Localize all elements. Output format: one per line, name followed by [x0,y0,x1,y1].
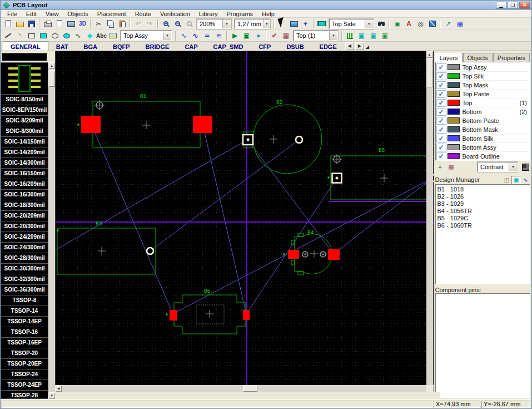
layer-name[interactable]: Board Outline [463,153,527,160]
footprint-item-tssop-16ep[interactable]: TSSOP-16EP [1,338,48,348]
design-manager-item-b6[interactable]: B6 - 1060TR [437,222,530,229]
rect-tool-button[interactable] [26,31,37,41]
scroll-up-icon[interactable]: ▲ [48,62,55,69]
grid-combo-arrow[interactable]: ▼ [263,19,270,28]
cut-button[interactable]: ✂ [93,18,105,29]
signal-layer-combo[interactable]: Top (1) ▼ [294,31,338,41]
layer-name[interactable]: Bottom Assy [463,144,527,151]
filled-rect-tool-button[interactable] [37,31,49,41]
layer-visible-checkbox[interactable]: ✓ [436,144,446,151]
design-manager-item-b5[interactable]: B5 - 1029C [437,215,530,222]
panel-tab-properties[interactable]: Properties [493,53,530,62]
preview-3d-button[interactable]: 3D [77,18,88,29]
pcb-drawing[interactable]: B1B2B3B4B5B6 [56,51,434,393]
side-combo-arrow[interactable]: ▼ [365,19,373,28]
text-tool-button[interactable]: Abc [96,31,107,41]
layer-color-swatch[interactable] [448,109,460,115]
scroll-down-icon[interactable]: ▼ [48,392,55,399]
step-button[interactable]: ▣ [241,31,252,41]
print-button[interactable] [42,18,53,29]
layer-name[interactable]: Top Paste [463,91,527,97]
minimize-button[interactable]: ▁ [496,2,506,9]
layer-visible-checkbox[interactable]: ✓ [436,90,446,98]
design-manager-item-b2[interactable]: B2 - 1026 [437,193,530,200]
footprint-item-tssop-16[interactable]: TSSOP-16 [1,327,48,338]
layer-color-swatch[interactable] [448,117,460,124]
select-tool-button[interactable] [276,18,288,29]
layer-color-swatch[interactable] [448,100,460,106]
component-pins-list[interactable] [435,293,530,398]
layer-name[interactable]: Bottom Mask [463,126,527,133]
maximize-button[interactable]: ❏ [508,2,518,9]
footprint-item-soic-8-209mil[interactable]: SOIC-8/209mil [1,116,48,126]
grid-combo[interactable]: 1,27 mm ▼ [235,19,270,29]
globe-button[interactable]: ● [252,31,264,41]
layer-color-swatch[interactable] [448,64,460,70]
arc-tool-button[interactable]: ◝ [14,31,26,41]
footprint-item-soic-30-300mil[interactable]: SOIC-30/300mil [1,264,48,274]
target-button[interactable]: ◎ [415,18,426,29]
footprint-scroll-track[interactable] [48,69,55,392]
dm-nets-button[interactable]: ∿ [521,176,530,184]
footprint-item-soic-36-300mil[interactable]: SOIC-36/300mil [1,285,48,295]
footprint-item-tssop-20[interactable]: TSSOP-20 [1,348,48,359]
filled-ellipse-tool-button[interactable] [61,31,72,41]
library-tab-edge[interactable]: EDGE [312,42,345,51]
footprint-item-soic-18-300mil[interactable]: SOIC-18/300mil [1,200,48,211]
zoom-window-button[interactable] [183,18,195,29]
layer-visible-checkbox[interactable]: ✓ [436,152,446,160]
footprint-item-soic-20-209mil[interactable]: SOIC-20/209mil [1,211,48,221]
footprint-item-soic-8-150mil[interactable]: SOIC-8/150mil [1,95,48,105]
layer-name[interactable]: Top Silk [463,73,527,80]
polygon-tool-button[interactable]: ◆ [84,31,96,41]
library-tab-cap-smd[interactable]: CAP_SMD [206,42,251,51]
line-tool-button[interactable] [2,31,14,41]
grid-toggle-button[interactable]: ▦ [454,18,466,29]
titles-button[interactable] [65,18,77,29]
signal-layer-combo-arrow[interactable]: ▼ [329,31,337,40]
report-button[interactable] [426,18,438,29]
layer-visible-checkbox[interactable]: ✓ [436,117,446,125]
layer-name[interactable]: Bottom Paste [463,117,527,124]
footprint-item-soic-24-209mil[interactable]: SOIC-24/209mil [1,232,48,243]
library-tab-bqfp[interactable]: BQFP [105,42,138,51]
canvas-scroll-up-icon[interactable]: ▲ [426,51,433,58]
panel-tab-layers[interactable]: Layers [435,53,463,62]
library-tab-dsub[interactable]: DSUB [279,42,311,51]
find-button[interactable] [375,18,387,29]
menu-item-programs[interactable]: Programs [222,10,257,18]
layer-color-swatch[interactable] [448,135,460,141]
panel-tab-objects[interactable]: Objects [463,53,493,62]
add-layer-button[interactable]: + [435,162,445,171]
menu-item-route[interactable]: Route [131,10,156,18]
layer-color-swatch[interactable] [448,144,460,150]
origin-tool-button[interactable]: + [300,18,311,29]
footprint-item-soic-24-300mil[interactable]: SOIC-24/300mil [1,243,48,253]
library-tab-bga[interactable]: BGA [76,42,105,51]
menu-item-help[interactable]: Help [257,10,279,18]
footprint-item-soic-8-300mil[interactable]: SOIC-8/300mil [1,126,48,137]
layer-visible-checkbox[interactable]: ✓ [436,108,446,116]
contrast-view-button[interactable] [520,162,530,171]
component-tool-button[interactable] [316,18,327,29]
footprint-item-tssop-24[interactable]: TSSOP-24 [1,369,48,380]
layer-color-swatch[interactable] [448,153,460,159]
footprint-item-tssop-14[interactable]: TSSOP-14 [1,306,48,317]
footprint-item-tssop-8[interactable]: TSSOP-8 [1,295,48,306]
measure-button[interactable]: ↗ [442,18,454,29]
pcb-canvas[interactable]: B1B2B3B4B5B6 [55,51,434,393]
library-tab-general[interactable]: GENERAL [3,42,48,51]
design-manager-item-b1[interactable]: B1 - 1018 [437,186,530,193]
footprint-item-tssop-20ep[interactable]: TSSOP-20EP [1,359,48,369]
footprint-scroll-thumb[interactable] [48,70,55,87]
polyline-tool-button[interactable]: ∿ [72,31,84,41]
footprint-item-tssop-28[interactable]: TSSOP-28 [1,391,48,399]
layer-name[interactable]: Top [463,100,520,106]
footprint-item-soic-14-209mil[interactable]: SOIC-14/209mil [1,147,48,158]
footprint-item-soic-14-300mil[interactable]: SOIC-14/300mil [1,158,48,169]
open-button[interactable] [14,18,26,29]
redo-button[interactable]: ↷ [144,18,156,29]
compare-components-button[interactable]: ▣ [367,31,379,41]
component-report-button[interactable]: ▣ [379,31,391,41]
footprint-item-soic-20-300mil[interactable]: SOIC-20/300mil [1,221,48,232]
